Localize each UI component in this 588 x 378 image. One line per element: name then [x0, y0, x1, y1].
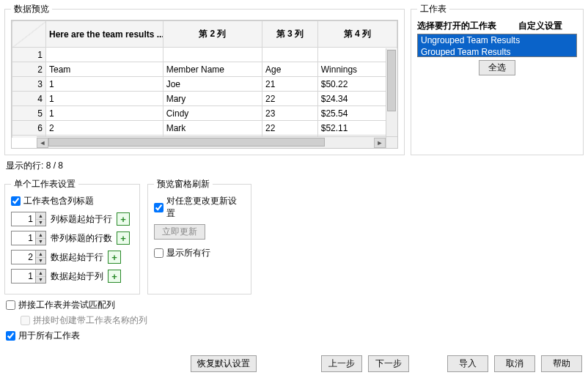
row-number[interactable]: 4: [12, 92, 46, 106]
worksheets-legend: 工作表: [417, 3, 449, 15]
concat-sheets-checkbox[interactable]: [6, 300, 15, 310]
preview-refresh-legend: 预览窗格刷新: [154, 178, 213, 190]
table-corner: [12, 21, 46, 48]
help-button[interactable]: 帮助: [541, 355, 582, 372]
row-number[interactable]: 6: [12, 121, 46, 136]
spin-down-icon[interactable]: ▼: [36, 239, 45, 245]
has-headers-checkbox[interactable]: [11, 196, 21, 206]
import-button[interactable]: 导入: [447, 355, 488, 372]
col-header[interactable]: 第 3 列: [262, 21, 317, 48]
add-icon[interactable]: +: [108, 251, 121, 264]
table-cell[interactable]: Age: [262, 62, 317, 77]
table-cell[interactable]: [46, 48, 163, 62]
header-start-row-label: 列标题起始于行: [51, 213, 112, 226]
sheets-header-open: 选择要打开的工作表: [417, 20, 518, 32]
horizontal-scrollbar[interactable]: ◄ ►: [37, 136, 386, 148]
table-cell[interactable]: [163, 48, 262, 62]
create-sheet-col-label: 拼接时创建带工作表名称的列: [33, 315, 147, 325]
header-row-count-input[interactable]: [12, 231, 35, 245]
table-row: 31Joe21$50.22: [12, 77, 397, 92]
worksheets-group: 工作表 选择要打开的工作表 自定义设置 Ungrouped Team Resul…: [411, 3, 584, 155]
concat-sheets-label[interactable]: 拼接工作表并尝试匹配列: [18, 299, 115, 311]
table-cell[interactable]: 22: [262, 121, 317, 136]
table-cell[interactable]: Mary: [163, 92, 262, 106]
col-header[interactable]: 第 2 列: [163, 21, 262, 48]
table-cell[interactable]: [262, 48, 317, 62]
spin-up-icon[interactable]: ▲: [36, 212, 45, 220]
show-all-rows-label[interactable]: 显示所有行: [166, 247, 210, 259]
spin-down-icon[interactable]: ▼: [36, 220, 45, 226]
table-row: 41Mary22$24.34: [12, 92, 397, 106]
next-button[interactable]: 下一步: [368, 355, 409, 372]
data-preview-group: 数据预览 Here are the team results ... 第 2 列…: [4, 3, 405, 155]
table-cell[interactable]: 2: [46, 121, 163, 136]
apply-all-sheets-label[interactable]: 用于所有工作表: [18, 330, 80, 342]
table-cell[interactable]: Cindy: [163, 106, 262, 121]
apply-all-sheets-checkbox[interactable]: [6, 331, 15, 341]
spin-up-icon[interactable]: ▲: [36, 270, 45, 277]
sheet-list[interactable]: Ungrouped Team Results Grouped Team Resu…: [417, 34, 577, 57]
table-row: 62Mark22$52.11: [12, 121, 397, 136]
prev-button[interactable]: 上一步: [321, 355, 362, 372]
create-sheet-col-checkbox: [21, 316, 30, 325]
show-all-rows-checkbox[interactable]: [154, 248, 163, 258]
restore-defaults-button[interactable]: 恢复默认设置: [191, 355, 257, 372]
row-number[interactable]: 3: [12, 77, 46, 92]
add-icon[interactable]: +: [108, 270, 121, 283]
rows-shown-label: 显示的行: 8 / 8: [0, 155, 588, 172]
header-start-row-stepper[interactable]: ▲▼: [11, 212, 46, 226]
table-row: 51Cindy23$25.54: [12, 106, 397, 121]
data-start-row-stepper[interactable]: ▲▼: [11, 250, 46, 264]
header-row-count-stepper[interactable]: ▲▼: [11, 231, 46, 245]
data-preview-legend: 数据预览: [11, 3, 52, 15]
table-cell[interactable]: 22: [262, 92, 317, 106]
table-cell[interactable]: 21: [262, 77, 317, 92]
sheet-list-item[interactable]: Grouped Team Results: [418, 46, 576, 57]
table-row: 1: [12, 48, 397, 62]
header-row-count-label: 带列标题的行数: [51, 232, 112, 245]
data-start-col-label: 数据起始于列: [51, 270, 103, 283]
table-cell[interactable]: 1: [46, 92, 163, 106]
data-start-row-input[interactable]: [12, 251, 35, 264]
single-sheet-legend: 单个工作表设置: [11, 178, 78, 190]
spin-up-icon[interactable]: ▲: [36, 251, 45, 258]
table-row: 2TeamMember NameAgeWinnings: [12, 62, 397, 77]
scroll-right-icon[interactable]: ►: [374, 138, 386, 148]
data-start-row-label: 数据起始于行: [51, 251, 103, 264]
table-cell[interactable]: Joe: [163, 77, 262, 92]
preview-table: Here are the team results ... 第 2 列 第 3 …: [12, 21, 397, 138]
table-cell[interactable]: Member Name: [163, 62, 262, 77]
table-cell[interactable]: 1: [46, 77, 163, 92]
table-cell[interactable]: Mark: [163, 121, 262, 136]
col-header[interactable]: 第 4 列: [317, 21, 397, 48]
row-number[interactable]: 1: [12, 48, 46, 62]
row-number[interactable]: 5: [12, 106, 46, 121]
table-cell[interactable]: 23: [262, 106, 317, 121]
sheets-header-custom: 自定义设置: [518, 20, 577, 32]
has-headers-label[interactable]: 工作表包含列标题: [23, 195, 94, 207]
spin-down-icon[interactable]: ▼: [36, 258, 45, 264]
add-icon[interactable]: +: [117, 212, 130, 226]
on-any-change-checkbox[interactable]: [154, 203, 163, 212]
single-sheet-settings-group: 单个工作表设置 工作表包含列标题 ▲▼ 列标题起始于行 + ▲▼ 带列标题的行数…: [4, 178, 140, 294]
row-number[interactable]: 2: [12, 62, 46, 77]
on-any-change-label[interactable]: 对任意更改更新设置: [166, 195, 245, 220]
sheet-list-item[interactable]: Ungrouped Team Results: [418, 34, 576, 46]
data-start-col-input[interactable]: [12, 270, 35, 283]
data-start-col-stepper[interactable]: ▲▼: [11, 269, 46, 284]
spin-up-icon[interactable]: ▲: [36, 231, 45, 239]
col-header[interactable]: Here are the team results ...: [46, 21, 163, 48]
table-cell[interactable]: Team: [46, 62, 163, 77]
table-cell[interactable]: 1: [46, 106, 163, 121]
scroll-left-icon[interactable]: ◄: [37, 138, 48, 148]
preview-refresh-group: 预览窗格刷新 对任意更改更新设置 立即更新 显示所有行: [147, 178, 251, 294]
spin-down-icon[interactable]: ▼: [36, 277, 45, 284]
preview-table-wrap: Here are the team results ... 第 2 列 第 3 …: [11, 20, 398, 149]
add-icon[interactable]: +: [117, 231, 130, 245]
cancel-button[interactable]: 取消: [494, 355, 535, 372]
select-all-button[interactable]: 全选: [479, 60, 515, 75]
header-start-row-input[interactable]: [12, 212, 35, 226]
update-now-button: 立即更新: [154, 224, 205, 240]
vertical-scrollbar[interactable]: [386, 48, 397, 136]
